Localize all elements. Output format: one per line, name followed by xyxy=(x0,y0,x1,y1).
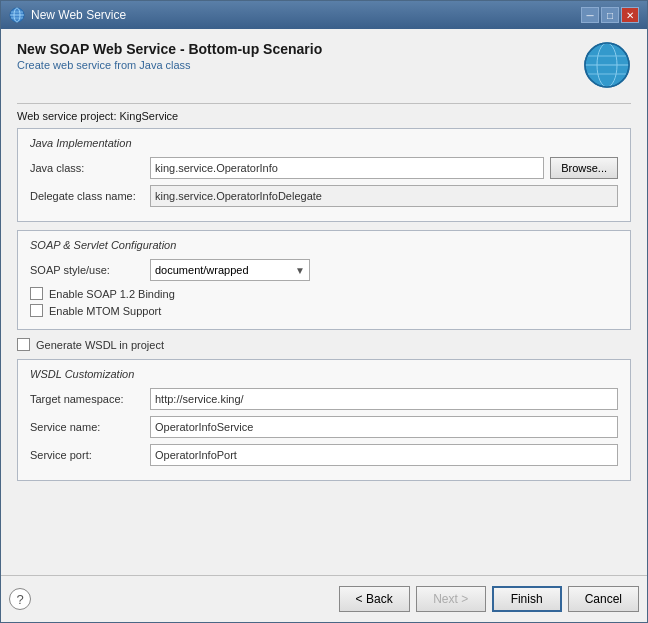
title-bar: New Web Service ─ □ ✕ xyxy=(1,1,647,29)
minimize-button[interactable]: ─ xyxy=(581,7,599,23)
wsdl-customization-title: WSDL Customization xyxy=(30,368,618,380)
java-implementation-title: Java Implementation xyxy=(30,137,618,149)
service-name-label: Service name: xyxy=(30,421,150,433)
title-controls: ─ □ ✕ xyxy=(581,7,639,23)
java-class-input[interactable] xyxy=(150,157,544,179)
service-port-label: Service port: xyxy=(30,449,150,461)
next-button[interactable]: Next > xyxy=(416,586,486,612)
target-namespace-label: Target namespace: xyxy=(30,393,150,405)
content-area: New SOAP Web Service - Bottom-up Scenari… xyxy=(1,29,647,575)
target-namespace-input[interactable] xyxy=(150,388,618,410)
header-row: New SOAP Web Service - Bottom-up Scenari… xyxy=(17,41,631,89)
soap-style-value: document/wrapped xyxy=(155,264,249,276)
soap-config-title: SOAP & Servlet Configuration xyxy=(30,239,618,251)
footer-left: ? xyxy=(9,588,31,610)
footer: ? < Back Next > Finish Cancel xyxy=(1,575,647,622)
soap-style-select[interactable]: document/wrapped ▼ xyxy=(150,259,310,281)
target-namespace-row: Target namespace: xyxy=(30,388,618,410)
delegate-class-row: Delegate class name: xyxy=(30,185,618,207)
soap-style-label: SOAP style/use: xyxy=(30,264,150,276)
java-class-row: Java class: Browse... xyxy=(30,157,618,179)
java-class-label: Java class: xyxy=(30,162,150,174)
window-icon xyxy=(9,7,25,23)
mtom-label: Enable MTOM Support xyxy=(49,305,161,317)
globe-icon xyxy=(583,41,631,89)
close-button[interactable]: ✕ xyxy=(621,7,639,23)
project-label: Web service project: KingService xyxy=(17,110,631,122)
java-implementation-group: Java Implementation Java class: Browse..… xyxy=(17,128,631,222)
header-divider xyxy=(17,103,631,104)
title-bar-left: New Web Service xyxy=(9,7,126,23)
wsdl-customization-group: WSDL Customization Target namespace: Ser… xyxy=(17,359,631,481)
delegate-class-input xyxy=(150,185,618,207)
chevron-down-icon: ▼ xyxy=(295,265,305,276)
cancel-button[interactable]: Cancel xyxy=(568,586,639,612)
mtom-row: Enable MTOM Support xyxy=(30,304,618,317)
soap-config-group: SOAP & Servlet Configuration SOAP style/… xyxy=(17,230,631,330)
service-port-row: Service port: xyxy=(30,444,618,466)
service-name-input[interactable] xyxy=(150,416,618,438)
mtom-checkbox[interactable] xyxy=(30,304,43,317)
main-window: New Web Service ─ □ ✕ New SOAP Web Servi… xyxy=(0,0,648,623)
finish-button[interactable]: Finish xyxy=(492,586,562,612)
window-title: New Web Service xyxy=(31,8,126,22)
maximize-button[interactable]: □ xyxy=(601,7,619,23)
soap12-checkbox[interactable] xyxy=(30,287,43,300)
help-button[interactable]: ? xyxy=(9,588,31,610)
subtitle: Create web service from Java class xyxy=(17,59,322,71)
generate-wsdl-label: Generate WSDL in project xyxy=(36,339,164,351)
soap12-row: Enable SOAP 1.2 Binding xyxy=(30,287,618,300)
service-name-row: Service name: xyxy=(30,416,618,438)
browse-button[interactable]: Browse... xyxy=(550,157,618,179)
soap12-label: Enable SOAP 1.2 Binding xyxy=(49,288,175,300)
service-port-input[interactable] xyxy=(150,444,618,466)
header-text: New SOAP Web Service - Bottom-up Scenari… xyxy=(17,41,322,71)
back-button[interactable]: < Back xyxy=(339,586,410,612)
generate-wsdl-checkbox[interactable] xyxy=(17,338,30,351)
generate-wsdl-row: Generate WSDL in project xyxy=(17,338,631,351)
soap-style-row: SOAP style/use: document/wrapped ▼ xyxy=(30,259,618,281)
delegate-class-label: Delegate class name: xyxy=(30,190,150,202)
footer-buttons: < Back Next > Finish Cancel xyxy=(339,586,639,612)
main-title: New SOAP Web Service - Bottom-up Scenari… xyxy=(17,41,322,57)
